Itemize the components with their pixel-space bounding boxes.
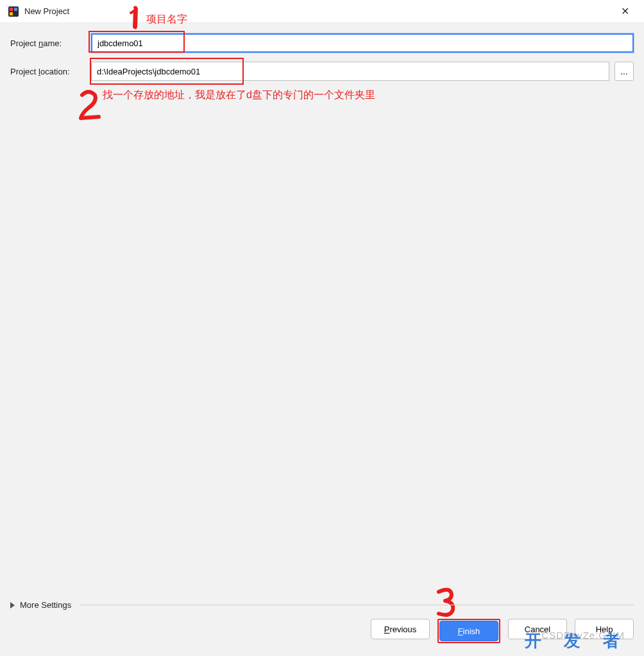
more-settings-label[interactable]: More Settings (20, 600, 71, 610)
help-button[interactable]: Help (575, 619, 634, 639)
annotation-number-2 (76, 87, 104, 125)
finish-button[interactable]: Finish (439, 621, 498, 641)
annotation-box-finish: Finish (437, 619, 500, 643)
browse-button[interactable]: ... (614, 62, 634, 81)
app-icon (8, 6, 19, 17)
more-settings-divider (80, 605, 634, 605)
project-location-input[interactable] (91, 62, 609, 81)
previous-button[interactable]: Previous (371, 619, 430, 639)
annotation-label-2: 找一个存放的地址，我是放在了d盘下的专门的一个文件夹里 (103, 89, 375, 102)
project-name-label: Project name: (10, 39, 86, 48)
project-name-row: Project name: (10, 33, 634, 53)
svg-rect-3 (10, 12, 13, 15)
window-title: New Project (24, 6, 69, 16)
button-bar: Previous Finish Cancel Help (371, 619, 634, 643)
close-icon[interactable]: ✕ (613, 3, 636, 21)
expand-triangle-icon[interactable] (10, 602, 15, 609)
project-name-input[interactable] (91, 33, 634, 53)
cancel-button[interactable]: Cancel (508, 619, 567, 639)
project-location-label: Project location: (10, 67, 86, 76)
svg-rect-2 (14, 8, 17, 11)
annotation-number-1 (127, 5, 144, 33)
titlebar: New Project ✕ (0, 0, 644, 23)
annotation-label-1: 项目名字 (146, 13, 187, 26)
project-location-row: Project location: ... (10, 62, 634, 81)
more-settings-row: More Settings (10, 600, 634, 610)
svg-rect-1 (10, 8, 13, 11)
